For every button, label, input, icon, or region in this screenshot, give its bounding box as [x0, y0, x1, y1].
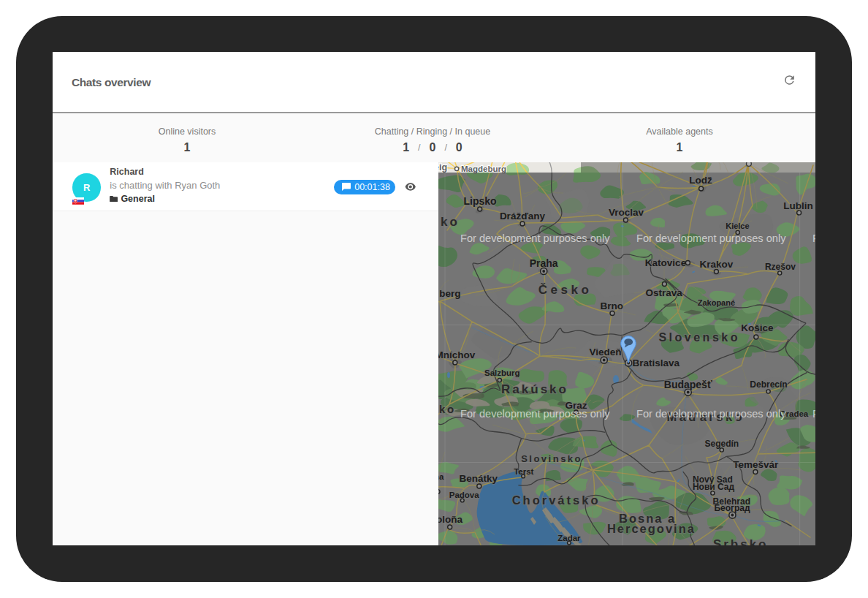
svg-text:For development purposes only: For development purposes only [460, 408, 610, 420]
svg-text:For development purposes only: For development purposes only [636, 232, 786, 244]
svg-text:For development purposes only: For development purposes only [460, 232, 610, 244]
svg-text:For development purposes only: For development purposes only [812, 408, 815, 420]
svg-text:For development purposes only: For development purposes only [636, 408, 786, 420]
svg-text:For development purposes only: For development purposes only [812, 232, 815, 244]
